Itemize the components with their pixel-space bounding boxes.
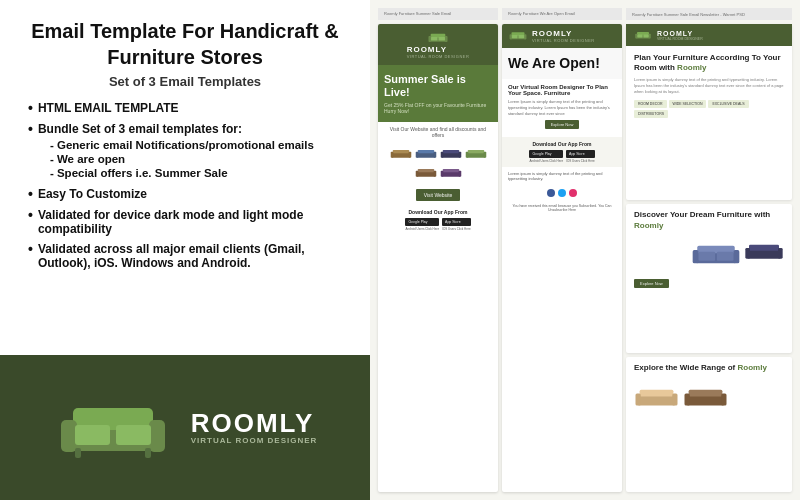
social-facebook-icon[interactable] (547, 189, 555, 197)
explore-sofa-1 (634, 380, 679, 416)
explore-sofa-2 (683, 380, 728, 416)
svg-rect-13 (439, 37, 445, 41)
page-subtitle: Set of 3 Email Templates (20, 74, 350, 89)
svg-rect-21 (433, 152, 436, 158)
exclusive-deals-btn[interactable]: EXCLUSIVE DEALS (708, 100, 748, 108)
summer-hero-sub: Get 25% Flat OFF on your Favourite Furni… (384, 102, 492, 114)
svg-rect-49 (643, 35, 648, 38)
wide-selection-btn[interactable]: WIDE SELECTION (669, 100, 707, 108)
summer-app-badges: Google Play Android Users Click Here App… (384, 218, 492, 231)
google-play-btn[interactable]: Google Play (405, 218, 439, 226)
couch-icon-2 (415, 146, 437, 162)
svg-rect-11 (445, 36, 448, 42)
svg-rect-67 (721, 394, 726, 406)
feature-item-5: Validated across all major email clients… (28, 242, 350, 270)
svg-rect-25 (458, 152, 461, 158)
svg-rect-7 (145, 448, 151, 458)
discover-title: Discover Your Dream Furniture with Rooml… (634, 210, 784, 231)
top-bar-text-summer: Roomly Furniture Summer Sale Email (384, 11, 451, 16)
svg-rect-40 (510, 35, 513, 40)
svg-rect-47 (648, 34, 650, 39)
svg-rect-23 (442, 150, 459, 153)
svg-rect-28 (465, 152, 468, 158)
open-hero: We Are Open! (502, 48, 622, 79)
top-bar-right: Roomly Furniture Summer Sale Email Newsl… (626, 8, 792, 20)
open-google-badge: Google Play Android Users Click Here (529, 150, 563, 163)
visit-website-btn[interactable]: Visit Website (416, 189, 461, 201)
feature-item-2-content: Bundle Set of 3 email templates for: Gen… (38, 122, 314, 181)
features-list: HTML EMAIL TEMPLATE Bundle Set of 3 emai… (20, 101, 350, 270)
svg-rect-53 (734, 250, 740, 263)
open-section-1: Our Virtual Room Designer To Plan Your S… (502, 79, 622, 137)
svg-rect-5 (116, 425, 151, 445)
explore-title: Explore the Wide Range of Roomly (634, 363, 784, 373)
svg-rect-12 (431, 37, 437, 41)
social-instagram-icon[interactable] (569, 189, 577, 197)
svg-rect-24 (440, 152, 443, 158)
open-section-title: Our Virtual Room Designer To Plan Your S… (508, 84, 616, 96)
open-app-section: Download Our App From Google Play Androi… (502, 137, 622, 167)
plan-buttons: ROOM DECOR WIDE SELECTION EXCLUSIVE DEAL… (634, 100, 784, 118)
ios-users-text: IOS Users Click Here (442, 227, 471, 231)
social-row (502, 185, 622, 201)
feature-text-1: HTML EMAIL TEMPLATE (38, 101, 179, 115)
open-logo: ROOMLY (532, 29, 595, 38)
top-bar-summer: Roomly Furniture Summer Sale Email (378, 8, 498, 20)
svg-rect-2 (61, 420, 77, 452)
open-card: ROOMLY VIRTUAL ROOM DESIGNER We Are Open… (502, 24, 622, 492)
svg-rect-42 (512, 35, 518, 38)
plan-sofa-icon (634, 29, 652, 41)
open-google-btn[interactable]: Google Play (529, 150, 563, 158)
google-play-badge: Google Play Android Users Click Here (405, 218, 439, 231)
svg-rect-4 (75, 425, 110, 445)
right-panel: Roomly Furniture Summer Sale Email ROOML… (370, 0, 800, 500)
social-twitter-icon[interactable] (558, 189, 566, 197)
open-explore-btn[interactable]: Explore Now (545, 120, 580, 129)
left-panel: Email Template For Handicraft & Furnitur… (0, 0, 370, 500)
svg-rect-19 (417, 150, 434, 153)
open-app-title: Download Our App From (508, 141, 616, 147)
plan-rc-logo-sub: VIRTUAL ROOM DESIGNER (657, 37, 703, 41)
svg-rect-62 (636, 394, 641, 406)
summer-hero-text: Summer Sale is Live! (384, 73, 492, 99)
room-decor-btn[interactable]: ROOM DECOR (634, 100, 667, 108)
brand-block: ROOMLY VIRTUAL ROOM DESIGNER (191, 410, 318, 445)
svg-rect-41 (524, 35, 527, 40)
sub-item-2: We are open (50, 153, 314, 165)
plan-rc-logo: ROOMLY (657, 30, 703, 37)
brand-name: ROOMLY (191, 410, 315, 436)
svg-rect-48 (637, 35, 642, 38)
sub-item-1: Generic email Notifications/promotional … (50, 139, 314, 151)
svg-rect-65 (689, 390, 723, 397)
plan-title: Plan Your Furniture According To Your Ro… (634, 53, 784, 74)
svg-rect-6 (75, 448, 81, 458)
feature-item-4: Validated for device dark mode and light… (28, 208, 350, 236)
svg-rect-3 (149, 420, 165, 452)
distributors-btn[interactable]: DISTRIBUTORS (634, 110, 668, 118)
explore-brand-name: Roomly (738, 363, 767, 372)
svg-rect-16 (390, 152, 393, 158)
feature-item-2: Bundle Set of 3 email templates for: Gen… (28, 122, 350, 181)
couch-icon-6 (440, 165, 462, 181)
summer-couches (378, 142, 498, 185)
open-logo-sub: VIRTUAL ROOM DESIGNER (532, 38, 595, 43)
open-apple-btn[interactable]: App Store (566, 150, 595, 158)
top-bar-text-right: Roomly Furniture Summer Sale Email Newsl… (632, 12, 745, 17)
summer-app-title: Download Our App From (384, 209, 492, 215)
summer-app-section: Download Our App From Google Play Androi… (378, 205, 498, 235)
svg-rect-32 (415, 171, 418, 177)
svg-rect-61 (640, 390, 674, 397)
open-ios-text: IOS Users Click Here (566, 159, 595, 163)
svg-rect-43 (518, 35, 524, 38)
app-store-btn[interactable]: App Store (442, 218, 471, 226)
summer-hero: Summer Sale is Live! Get 25% Flat OFF on… (378, 65, 498, 122)
svg-rect-15 (392, 150, 409, 153)
discover-sofa-1 (691, 236, 741, 274)
svg-rect-59 (778, 248, 783, 259)
discover-explore-btn[interactable]: Explore Now (634, 279, 669, 288)
brand-footer: ROOMLY VIRTUAL ROOM DESIGNER (0, 355, 370, 500)
features-section: Email Template For Handicraft & Furnitur… (0, 0, 370, 355)
plan-card-header: ROOMLY VIRTUAL ROOM DESIGNER (626, 24, 792, 46)
open-sofa-icon (508, 29, 528, 42)
explore-couches (634, 380, 784, 416)
